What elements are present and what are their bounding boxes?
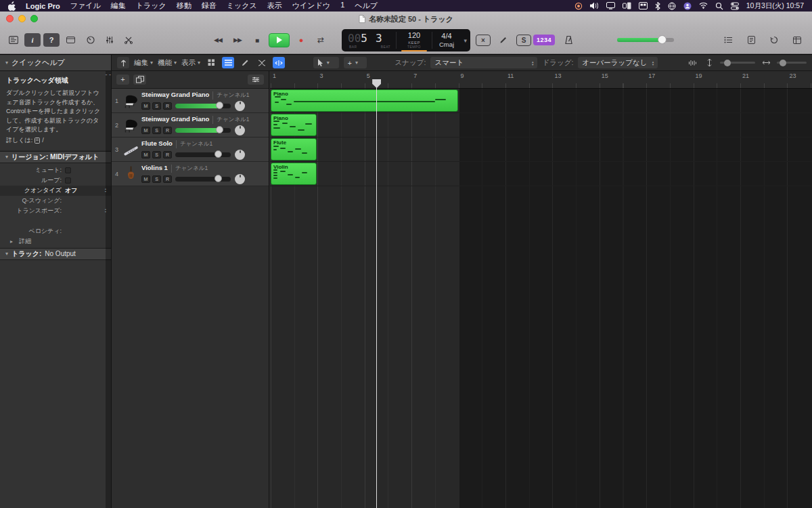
menubar-menu-6[interactable]: ミックス — [227, 1, 257, 11]
wifi-icon[interactable] — [699, 2, 708, 10]
solo-button[interactable]: S — [152, 175, 161, 183]
menubar-menu-10[interactable]: ヘルプ — [355, 1, 378, 11]
toolbar-icon[interactable] — [62, 33, 78, 47]
pan-knob[interactable] — [235, 101, 245, 111]
drag-select[interactable]: オーバーラップなし▴▾ — [578, 57, 658, 68]
volume-slider[interactable] — [175, 128, 231, 133]
volume-knob[interactable] — [215, 175, 222, 182]
mute-button[interactable]: M — [141, 151, 150, 158]
waveform-zoom-icon[interactable] — [686, 57, 698, 68]
apple-menu-icon[interactable] — [8, 1, 16, 11]
menubar-menu-7[interactable]: 表示 — [267, 1, 282, 11]
control-center-icon[interactable] — [731, 2, 739, 10]
solo-button[interactable]: S — [152, 102, 161, 110]
midi-region[interactable]: Piano — [271, 114, 317, 136]
volume-slider[interactable] — [175, 152, 231, 157]
quick-help-header[interactable]: ▾ クイックヘルプ — [0, 55, 112, 70]
pencil-icon[interactable] — [495, 33, 512, 47]
violin-icon[interactable] — [122, 165, 139, 182]
solo-button[interactable]: S — [152, 151, 161, 158]
library-icon[interactable] — [5, 33, 22, 47]
menubar-clock[interactable]: 10月3日(火) 10:57 — [746, 1, 804, 11]
quick-help-icon[interactable]: ? — [43, 33, 60, 47]
playhead-line[interactable] — [376, 80, 377, 508]
track-name[interactable]: Steinway Grand Piano — [141, 115, 209, 123]
cycle-button[interactable]: ⇄ — [313, 33, 329, 47]
track-header[interactable]: 2Steinway Grand Pianoチャンネル1MSR — [112, 113, 269, 137]
manual-icon[interactable] — [35, 137, 40, 144]
pointer-tool-menu[interactable]: ▾ — [313, 57, 339, 68]
record-button[interactable]: ● — [293, 33, 309, 47]
snap-select[interactable]: スマート▴▾ — [430, 57, 537, 68]
lcd-signature[interactable]: 4/4 Cmaj — [432, 29, 461, 51]
menubar-menu-2[interactable]: 編集 — [111, 1, 126, 11]
metronome-icon[interactable] — [560, 33, 577, 47]
inspector-row[interactable]: ▸詳細 — [0, 236, 111, 247]
record-enable-button[interactable]: R — [163, 151, 172, 158]
browsers-icon[interactable] — [789, 33, 805, 47]
master-volume-knob[interactable] — [658, 35, 667, 44]
edit-menu[interactable]: 編集▾ — [134, 58, 153, 68]
bar-ruler[interactable]: 1357911131517192123 — [270, 71, 812, 89]
track-header-config-button[interactable] — [248, 75, 264, 85]
midi-region[interactable]: Violin — [271, 163, 317, 185]
disclosure-icon[interactable]: ▸ — [10, 238, 13, 245]
volume-icon[interactable] — [590, 2, 599, 10]
volume-slider[interactable] — [175, 104, 231, 108]
functions-menu[interactable]: 機能▾ — [158, 58, 177, 68]
inspector-row[interactable]: ループ: — [0, 175, 111, 186]
track-header[interactable]: 3Flute Soloチャンネル1MSR — [112, 137, 269, 162]
horizontal-zoom-slider[interactable] — [777, 62, 807, 64]
menubar-menu-3[interactable]: トラック — [136, 1, 166, 11]
track-lane[interactable]: Piano — [270, 113, 812, 137]
crossfade-icon[interactable] — [256, 57, 268, 68]
track-header[interactable]: 4Violins 1チャンネル1MSR — [112, 162, 269, 186]
mute-button[interactable]: M — [141, 175, 150, 183]
list-view-icon[interactable] — [222, 57, 234, 68]
menubar-menu-8[interactable]: ウインドウ — [292, 1, 330, 11]
volume-knob[interactable] — [216, 102, 223, 109]
inspector-row[interactable]: クオンタイズオフ▴▾ — [0, 186, 111, 196]
catch-playhead-button[interactable] — [117, 57, 129, 68]
checkbox[interactable] — [65, 167, 71, 173]
midi-region[interactable]: Piano — [271, 89, 458, 112]
screen-record-icon[interactable] — [574, 2, 583, 10]
solo-mode-icon[interactable]: S — [516, 35, 531, 46]
pan-knob[interactable] — [235, 174, 245, 184]
record-enable-button[interactable]: R — [163, 127, 172, 134]
vertical-zoom-knob[interactable] — [724, 60, 731, 66]
display-icon[interactable] — [606, 2, 615, 10]
inspector-row[interactable]: Q-スウィング: — [0, 196, 111, 206]
windows-icon[interactable] — [639, 2, 648, 10]
track-lane[interactable]: Violin — [270, 162, 812, 186]
record-enable-button[interactable]: R — [163, 102, 172, 110]
grand-piano-icon[interactable] — [122, 92, 139, 109]
editors-icon[interactable] — [120, 33, 137, 47]
menubar-app-name[interactable]: Logic Pro — [26, 2, 60, 10]
inspector-icon[interactable]: i — [24, 33, 41, 47]
bluetooth-icon[interactable] — [655, 2, 660, 10]
region-inspector-header[interactable]: ▾ リージョン: MIDIデフォルト — [0, 151, 111, 163]
inspector-row[interactable]: ベロシティ: — [0, 226, 111, 236]
volume-knob[interactable] — [215, 150, 222, 158]
quick-help-more[interactable]: 詳しくは: / — [6, 136, 105, 145]
note-pads-icon[interactable] — [743, 33, 759, 47]
grand-piano-icon[interactable] — [122, 117, 139, 133]
mute-button[interactable]: M — [141, 127, 150, 134]
menubar-menu-1[interactable]: ファイル — [70, 1, 101, 11]
flex-button[interactable] — [273, 57, 285, 68]
track-name[interactable]: Violins 1 — [141, 164, 168, 171]
track-lane[interactable]: Flute — [270, 137, 812, 162]
stage-manager-icon[interactable] — [623, 2, 631, 10]
volume-slider[interactable] — [175, 177, 231, 182]
count-in-button[interactable]: 1234 — [533, 35, 555, 45]
menubar-menu-4[interactable]: 移動 — [177, 1, 191, 11]
menubar-menu-9[interactable]: 1 — [340, 1, 344, 11]
pan-knob[interactable] — [235, 125, 245, 135]
inspector-row[interactable]: ミュート: — [0, 165, 111, 175]
rewind-button[interactable]: ◀◀ — [210, 33, 226, 47]
track-lanes[interactable]: PianoPianoFluteViolin — [270, 89, 812, 508]
track-inspector-header[interactable]: ▾ トラック: No Output — [0, 248, 111, 260]
fullscreen-button[interactable] — [30, 15, 38, 22]
command-click-tool-menu[interactable]: +▾ — [344, 57, 367, 68]
